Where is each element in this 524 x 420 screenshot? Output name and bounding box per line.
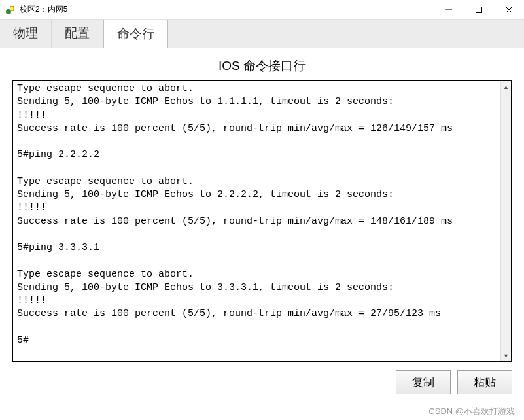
titlebar: 校区2：内网5 — [0, 0, 524, 20]
paste-button[interactable]: 粘贴 — [457, 370, 512, 394]
window-title: 校区2：内网5 — [20, 4, 434, 15]
button-row: 复制 粘贴 — [12, 370, 512, 394]
close-button[interactable] — [494, 0, 524, 19]
content-area: IOS 命令接口行 Type escape sequence to abort.… — [0, 48, 524, 404]
terminal-scrollbar[interactable]: ▲ ▼ — [500, 81, 511, 361]
tab-bar: 物理 配置 命令行 — [0, 20, 524, 48]
app-icon — [5, 5, 16, 15]
svg-point-2 — [10, 7, 14, 10]
maximize-button[interactable] — [464, 0, 494, 19]
copy-button[interactable]: 复制 — [396, 370, 451, 394]
terminal-container: Type escape sequence to abort. Sending 5… — [12, 80, 512, 362]
scroll-up-icon[interactable]: ▲ — [501, 81, 511, 92]
window-controls — [434, 0, 524, 19]
minimize-button[interactable] — [434, 0, 464, 19]
scroll-down-icon[interactable]: ▼ — [501, 350, 511, 361]
svg-rect-4 — [476, 7, 482, 12]
tab-physical[interactable]: 物理 — [0, 20, 52, 48]
terminal-output[interactable]: Type escape sequence to abort. Sending 5… — [12, 80, 512, 362]
watermark: CSDN @不喜欢打游戏 — [428, 406, 515, 417]
tab-config[interactable]: 配置 — [52, 20, 103, 48]
tab-cli[interactable]: 命令行 — [103, 20, 168, 48]
panel-title: IOS 命令接口行 — [12, 58, 512, 75]
